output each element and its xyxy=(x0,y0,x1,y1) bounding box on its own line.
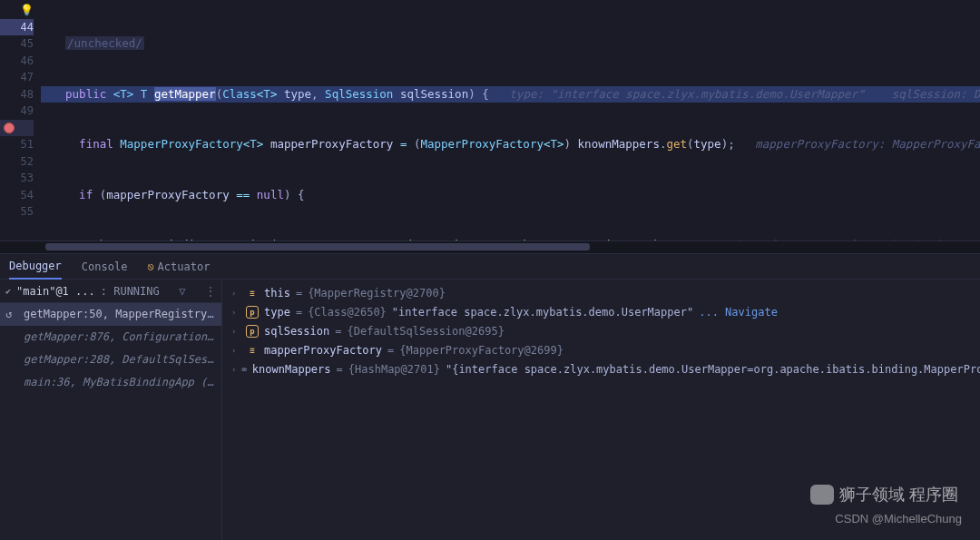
frame-0[interactable]: getMapper:50, MapperRegistry (org. xyxy=(0,303,221,326)
frames-panel: ✔ "main"@1 ...: RUNNING ▽ ⋮ getMapper:50… xyxy=(0,280,222,540)
expand-icon[interactable]: › xyxy=(231,365,236,374)
code-line-44[interactable]: public <T> T getMapper(Class<T> type, Sq… xyxy=(41,86,980,103)
gutter-48[interactable]: 48 xyxy=(0,86,34,103)
thread-status: : RUNNING xyxy=(101,285,160,298)
param-icon: p xyxy=(246,306,259,319)
watermark-text: 狮子领域 程序圈 xyxy=(839,484,958,506)
thread-header[interactable]: ✔ "main"@1 ...: RUNNING ▽ ⋮ xyxy=(0,280,221,303)
gutter: 💡 44 45 46 47 48 49 51 52 53 54 55 xyxy=(0,0,41,241)
tab-console[interactable]: Console xyxy=(82,260,128,273)
expand-icon[interactable]: › xyxy=(231,289,240,298)
var-mapperProxyFactory[interactable]: › ≡ mapperProxyFactory = {MapperProxyFac… xyxy=(222,340,980,359)
watermark: 狮子领域 程序圈 xyxy=(810,484,958,506)
thread-name: "main"@1 ... xyxy=(16,285,95,298)
csdn-credit: CSDN @MichelleChung xyxy=(835,512,962,525)
code-line-46[interactable]: if (mapperProxyFactory == null) { xyxy=(41,187,980,204)
code-area[interactable]: /unchecked/ public <T> T getMapper(Class… xyxy=(41,0,980,241)
horizontal-scrollbar[interactable] xyxy=(0,241,980,253)
gutter-54[interactable]: 54 xyxy=(0,187,34,204)
annotation-unchecked: /unchecked/ xyxy=(65,36,144,50)
more-icon[interactable]: ⋮ xyxy=(205,285,216,298)
expand-icon[interactable]: › xyxy=(231,327,240,336)
var-type[interactable]: › p type = {Class@2650} "interface space… xyxy=(222,302,980,321)
expand-icon[interactable]: › xyxy=(231,346,240,355)
breakpoint-icon[interactable] xyxy=(4,123,15,133)
filter-icon[interactable]: ▽ xyxy=(179,285,185,298)
gutter-46[interactable]: 46 xyxy=(0,53,34,70)
frame-3[interactable]: main:36, MyBatisBindingApp (space xyxy=(0,371,221,394)
field-icon: ∞ xyxy=(241,363,246,376)
param-icon: p xyxy=(246,325,259,338)
gutter-50[interactable] xyxy=(0,120,34,137)
gutter-49[interactable]: 49 xyxy=(0,103,34,120)
editor-area: 💡 44 45 46 47 48 49 51 52 53 54 55 /unch… xyxy=(0,0,980,241)
expand-icon[interactable]: › xyxy=(231,308,240,317)
gutter-43[interactable]: 💡 xyxy=(0,2,34,19)
var-this[interactable]: › ≡ this = {MapperRegistry@2700} xyxy=(222,283,980,302)
object-icon: ≡ xyxy=(246,344,259,357)
code-line-43[interactable]: /unchecked/ xyxy=(41,35,980,53)
var-knownMappers[interactable]: › ∞ knownMappers = {HashMap@2701} "{inte… xyxy=(222,359,980,378)
bulb-icon[interactable]: 💡 xyxy=(20,4,34,16)
actuator-icon: ⎋ xyxy=(147,260,153,273)
frame-2[interactable]: getMapper:288, DefaultSqlSession ( xyxy=(0,349,221,371)
gutter-47[interactable]: 47 xyxy=(0,69,34,86)
gutter-44[interactable]: 44 xyxy=(0,19,34,36)
frame-1[interactable]: getMapper:876, Configuration (org. xyxy=(0,326,221,349)
gutter-52[interactable]: 52 xyxy=(0,153,34,171)
tab-debugger[interactable]: Debugger xyxy=(9,254,62,280)
gutter-55[interactable]: 55 xyxy=(0,203,34,221)
gutter-53[interactable]: 53 xyxy=(0,170,34,187)
var-sqlSession[interactable]: › p sqlSession = {DefaultSqlSession@2695… xyxy=(222,321,980,340)
object-icon: ≡ xyxy=(246,287,259,299)
debug-tab-row: Debugger Console ⎋Actuator xyxy=(0,254,980,280)
wechat-icon xyxy=(810,485,834,505)
scrollbar-thumb[interactable] xyxy=(45,243,590,250)
gutter-45[interactable]: 45 xyxy=(0,35,34,53)
check-icon: ✔ xyxy=(5,286,11,296)
navigate-link[interactable]: ... Navigate xyxy=(699,306,778,319)
tab-actuator[interactable]: ⎋Actuator xyxy=(147,260,210,273)
gutter-51[interactable]: 51 xyxy=(0,136,34,153)
code-line-45[interactable]: final MapperProxyFactory<T> mapperProxyF… xyxy=(41,136,980,153)
method-name: getMapper xyxy=(154,87,216,101)
